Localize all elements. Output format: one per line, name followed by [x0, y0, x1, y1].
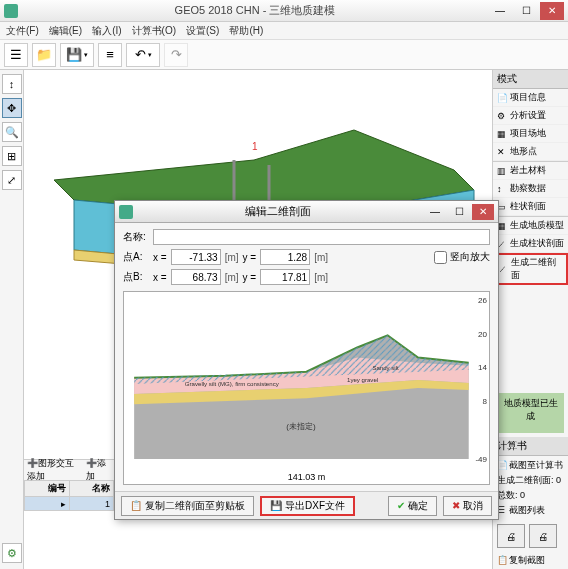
calc-screenshot[interactable]: 截图至计算书: [509, 460, 563, 470]
dialog-maximize[interactable]: ☐: [448, 204, 470, 220]
calc-section: 📄截图至计算书 生成二维剖面: 0 总数: 0 ☰截图列表: [493, 456, 568, 520]
fit-tool[interactable]: ⊞: [2, 146, 22, 166]
calc-list[interactable]: 截图列表: [509, 505, 545, 515]
mode-icon: ↕: [497, 184, 507, 194]
mode-icon: ▥: [497, 166, 507, 176]
mode-header: 模式: [493, 70, 568, 89]
ptB-y-input[interactable]: [260, 269, 310, 285]
name-label: 名称:: [123, 230, 149, 244]
ptA-label: 点A:: [123, 250, 149, 264]
x-scale-label: 141.03 m: [124, 472, 489, 482]
redo-button[interactable]: ↷: [164, 43, 188, 67]
pan-tool[interactable]: ↕: [2, 74, 22, 94]
ptA-y-input[interactable]: [260, 249, 310, 265]
mode-label: 生成地质模型: [510, 219, 564, 232]
mode-label: 岩土材料: [510, 164, 546, 177]
svg-text:Sandy silt: Sandy silt: [372, 364, 399, 371]
maximize-button[interactable]: ☐: [514, 2, 538, 20]
mode-label: 勘察数据: [510, 182, 546, 195]
mode-label: 项目信息: [510, 91, 546, 104]
edit-2d-section-dialog: 编辑二维剖面 — ☐ ✕ 名称: 点A: x = [m] y = [m] 竖向放…: [114, 200, 499, 520]
dialog-footer: 📋复制二维剖面至剪贴板 💾导出DXF文件 ✔确定 ✖取消: [115, 491, 498, 519]
right-panel: 模式 📄项目信息⚙分析设置▦项目场地✕地形点▥岩土材料↕勘察数据▭柱状剖面▦生成…: [492, 70, 568, 569]
settings-gear[interactable]: ⚙: [2, 543, 22, 563]
menu-settings[interactable]: 设置(S): [186, 24, 219, 38]
menu-file[interactable]: 文件(F): [6, 24, 39, 38]
app-icon: [4, 4, 18, 18]
undo-button[interactable]: ↶: [126, 43, 160, 67]
main-area: ↕ ✥ 🔍 ⊞ ⤢ ◻ ◧ 1 Z Y X 模式 📄项目信息⚙分析设置▦项目场地…: [0, 70, 568, 569]
cancel-button[interactable]: ✖取消: [443, 496, 492, 516]
mode-item-1[interactable]: ⚙分析设置: [493, 107, 568, 125]
minimize-button[interactable]: —: [488, 2, 512, 20]
open-button[interactable]: 📁: [32, 43, 56, 67]
menu-report[interactable]: 计算书(O): [132, 24, 176, 38]
ptA-x-input[interactable]: [171, 249, 221, 265]
dialog-app-icon: [119, 205, 133, 219]
mode-icon: ⚙: [497, 111, 507, 121]
print-button[interactable]: ≡: [98, 43, 122, 67]
mode-item-6[interactable]: ▭柱状剖面: [493, 198, 568, 216]
menu-input[interactable]: 输入(I): [92, 24, 121, 38]
y-scale: 26 20 14 8 -49: [469, 296, 487, 464]
model-status: 地质模型已生成: [497, 393, 564, 433]
menu-edit[interactable]: 编辑(E): [49, 24, 82, 38]
ptB-label: 点B:: [123, 270, 149, 284]
section-table[interactable]: 编号名称 ▸1: [24, 480, 114, 511]
print-tools: 🖨 🖨: [493, 520, 568, 552]
mode-label: 生成二维剖面: [511, 256, 563, 282]
main-toolbar: ☰ 📁 💾 ≡ ↶ ↷: [0, 40, 568, 70]
axes-tool[interactable]: ⤢: [2, 170, 22, 190]
svg-text:1: 1: [252, 141, 258, 152]
invert-checkbox[interactable]: [434, 251, 447, 264]
close-button[interactable]: ✕: [540, 2, 564, 20]
mode-item-0[interactable]: 📄项目信息: [493, 89, 568, 107]
mode-item-2[interactable]: ▦项目场地: [493, 125, 568, 143]
mode-icon: ✕: [497, 147, 507, 157]
mode-item-8[interactable]: ⟋生成柱状剖面: [493, 235, 568, 253]
window-titlebar: GEO5 2018 CHN - 三维地质建模 — ☐ ✕: [0, 0, 568, 22]
text-add[interactable]: ➕添加: [86, 457, 111, 483]
ptB-x-input[interactable]: [171, 269, 221, 285]
calc-header: 计算书: [493, 437, 568, 456]
mode-icon: ▦: [497, 129, 507, 139]
svg-text:(未指定): (未指定): [286, 422, 316, 431]
gear-column: ⚙: [0, 439, 24, 569]
zoom-tool[interactable]: 🔍: [2, 122, 22, 142]
dialog-titlebar: 编辑二维剖面 — ☐ ✕: [115, 201, 498, 223]
dialog-close[interactable]: ✕: [472, 204, 494, 220]
menu-help[interactable]: 帮助(H): [229, 24, 263, 38]
window-title: GEO5 2018 CHN - 三维地质建模: [24, 3, 486, 18]
name-input[interactable]: [153, 229, 490, 245]
mode-label: 生成柱状剖面: [510, 237, 564, 250]
mode-label: 柱状剖面: [510, 200, 546, 213]
mode-item-4[interactable]: ▥岩土材料: [493, 162, 568, 180]
bottom-grid: ➕图形交互添加 ➕添加 编号名称 ▸1: [24, 459, 114, 569]
svg-text:1yey gravel: 1yey gravel: [347, 376, 378, 383]
mode-item-9[interactable]: ⟋生成二维剖面: [493, 253, 568, 285]
table-row: ▸1: [25, 497, 114, 511]
mode-label: 项目场地: [510, 127, 546, 140]
printer2-button[interactable]: 🖨: [529, 524, 557, 548]
mode-label: 地形点: [510, 145, 537, 158]
save-button[interactable]: 💾: [60, 43, 94, 67]
dialog-title: 编辑二维剖面: [133, 204, 422, 219]
svg-text:Gravelly silt (MG), firm consi: Gravelly silt (MG), firm consistency: [185, 380, 280, 387]
mode-item-7[interactable]: ▦生成地质模型: [493, 217, 568, 235]
mode-label: 分析设置: [510, 109, 546, 122]
graphic-add[interactable]: ➕图形交互添加: [27, 457, 82, 483]
menu-bar: 文件(F) 编辑(E) 输入(I) 计算书(O) 设置(S) 帮助(H): [0, 22, 568, 40]
mode-item-5[interactable]: ↕勘察数据: [493, 180, 568, 198]
copy-clipboard-button[interactable]: 📋复制二维剖面至剪贴板: [121, 496, 254, 516]
ok-button[interactable]: ✔确定: [388, 496, 437, 516]
profile-chart: Gravelly silt (MG), firm consistency San…: [123, 291, 490, 485]
dialog-minimize[interactable]: —: [424, 204, 446, 220]
export-dxf-button[interactable]: 💾导出DXF文件: [260, 496, 355, 516]
new-button[interactable]: ☰: [4, 43, 28, 67]
mode-item-3[interactable]: ✕地形点: [493, 143, 568, 161]
mode-icon: ⟋: [498, 264, 508, 274]
orbit-tool[interactable]: ✥: [2, 98, 22, 118]
printer1-button[interactable]: 🖨: [497, 524, 525, 548]
mode-icon: 📄: [497, 93, 507, 103]
copy-screenshot[interactable]: 复制截图: [509, 555, 545, 565]
